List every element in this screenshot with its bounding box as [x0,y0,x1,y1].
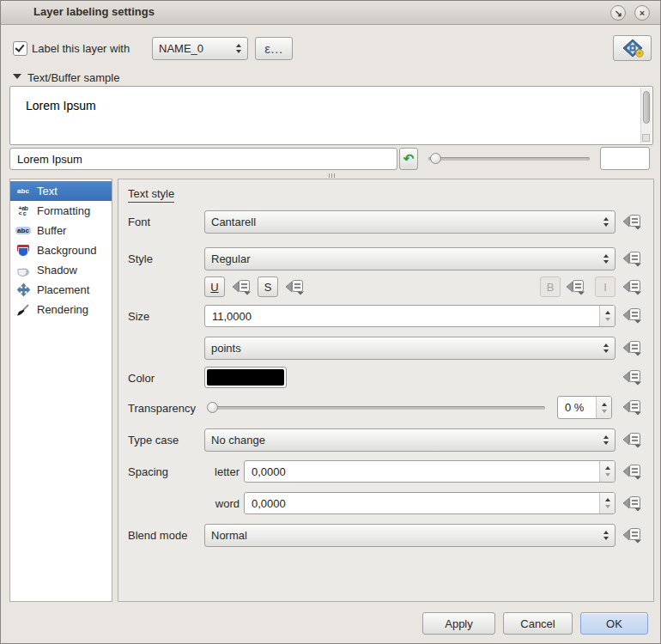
combo-arrows-icon [603,435,609,445]
color-data-defined-button[interactable] [622,368,643,386]
transparency-data-defined-button[interactable] [622,398,643,416]
size-data-defined-button[interactable] [622,307,643,325]
restore-window-icon[interactable]: ↘ [610,5,626,21]
word-spacing-spinbox[interactable]: 0,0000 [244,492,616,514]
italic-data-defined-button[interactable] [622,278,643,296]
cancel-button[interactable]: Cancel [503,612,573,635]
sidebar-item-background[interactable]: Background [10,240,112,260]
spin-arrows-icon[interactable] [596,397,611,418]
data-defined-icon [622,213,643,230]
text-style-heading: Text style [128,187,174,203]
style-data-defined-button[interactable] [622,250,643,268]
placement-settings-icon [620,38,646,58]
title-bar[interactable]: Layer labeling settings ↘ × [1,1,660,25]
sample-preview-text: Lorem Ipsum [26,99,96,112]
sidebar-item-formatting[interactable]: +ab< c Formatting [10,201,112,221]
field-combo[interactable]: NAME_0 [152,37,248,60]
spin-arrows-icon[interactable] [599,306,615,326]
buffer-abc-icon: abc [15,227,32,234]
italic-toggle-button: I [595,276,616,297]
dialog-title: Layer labeling settings [33,5,155,18]
blend-mode-data-defined-button[interactable] [622,526,643,544]
combo-arrows-icon [603,254,609,264]
data-defined-icon [231,278,252,295]
size-unit-data-defined-button[interactable] [622,339,643,357]
data-defined-icon [622,431,643,448]
sample-size-slider[interactable] [423,148,595,170]
expression-builder-button[interactable]: ε… [255,37,293,60]
ok-button[interactable]: OK [580,612,648,635]
font-combo[interactable]: Cantarell [204,210,616,234]
close-glyph: × [640,9,645,18]
sidebar-item-label: Buffer [37,224,66,237]
data-defined-icon [622,278,643,295]
underline-data-defined-button[interactable] [231,278,252,296]
spin-arrows-icon[interactable] [599,493,615,513]
transparency-slider[interactable] [205,397,550,419]
letter-spacing-spinbox[interactable]: 0,0000 [244,460,616,483]
sidebar-item-label: Rendering [37,303,88,316]
background-icon [15,244,32,258]
typecase-label: Type case [128,434,179,447]
size-value: 11,0000 [205,306,599,326]
letter-spacing-label: letter [205,465,240,478]
strikeout-toggle-button[interactable]: S [258,276,278,297]
letter-spacing-data-defined-button[interactable] [622,463,643,481]
data-defined-icon [284,278,306,295]
font-data-defined-button[interactable] [622,213,643,231]
blend-mode-combo[interactable]: Normal [204,524,616,547]
sample-scrollbar[interactable] [640,88,652,143]
blend-mode-label: Blend mode [128,529,187,542]
strikeout-data-defined-button[interactable] [284,278,306,296]
slider-handle[interactable] [430,153,441,164]
text-abc-icon: abc [15,187,32,195]
sidebar-item-label: Placement [37,283,89,296]
sample-scrollbar-thumb[interactable] [643,91,650,124]
transparency-spinbox[interactable]: 0 % [557,396,612,419]
restore-glyph: ↘ [614,9,622,18]
text-color-button[interactable] [204,367,287,388]
typecase-data-defined-button[interactable] [622,431,643,449]
reset-sample-text-button[interactable]: ↶ [399,148,418,170]
spin-arrows-icon[interactable] [599,461,615,482]
size-unit-combo[interactable]: points [204,337,616,360]
splitter-handle[interactable] [1,172,661,179]
sidebar-item-placement[interactable]: Placement [10,280,112,300]
typecase-value: No change [211,434,603,447]
sidebar-item-buffer[interactable]: abc Buffer [10,221,112,240]
label-this-layer-checkbox[interactable] [13,41,27,56]
sidebar-item-shadow[interactable]: Shadow [10,260,112,280]
sample-background-swatch[interactable] [600,147,650,170]
combo-arrows-icon [603,217,609,227]
sample-text-input[interactable] [9,148,397,170]
sidebar-item-rendering[interactable]: Rendering [10,300,112,319]
collapse-arrow-icon[interactable] [13,74,21,79]
sidebar-item-label: Formatting [37,204,90,217]
automated-placement-button[interactable] [613,35,652,61]
style-combo[interactable]: Regular [204,247,616,270]
expression-epsilon-label: ε… [264,41,283,56]
font-combo-value: Cantarell [211,216,603,228]
word-spacing-value: 0,0000 [245,493,599,513]
shadow-icon [15,264,32,277]
slider-handle[interactable] [207,402,218,413]
spacing-label: Spacing [128,465,168,478]
close-window-icon[interactable]: × [634,5,650,21]
bold-data-defined-button[interactable] [565,278,586,296]
size-spinbox[interactable]: 11,0000 [204,305,616,327]
data-defined-icon [622,526,643,544]
apply-button[interactable]: Apply [422,612,495,635]
word-spacing-label: word [205,497,240,510]
underline-toggle-button[interactable]: U [204,276,225,297]
typecase-combo[interactable]: No change [204,428,616,452]
sidebar-item-text[interactable]: abc Text [10,181,112,201]
style-combo-value: Regular [211,252,603,265]
data-defined-icon [622,250,643,267]
sidebar-item-label: Text [37,185,58,197]
rendering-brush-icon [15,303,32,317]
color-label: Color [128,372,155,385]
field-combo-value: NAME_0 [159,42,236,55]
font-label: Font [128,216,150,228]
text-buffer-sample-preview: Lorem Ipsum [9,86,653,145]
word-spacing-data-defined-button[interactable] [622,495,643,513]
